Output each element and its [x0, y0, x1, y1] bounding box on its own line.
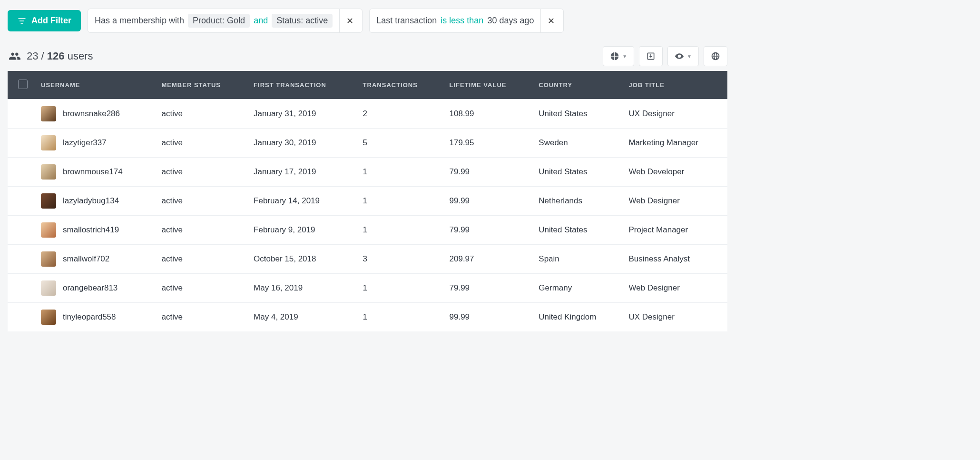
toolbar: ▼ ▼ [603, 46, 727, 66]
col-member-status[interactable]: MEMBER STATUS [155, 71, 247, 100]
job-title: UX Designer [622, 100, 727, 129]
member-status: active [155, 274, 247, 303]
chart-icon [610, 51, 619, 61]
country: Sweden [532, 129, 622, 158]
eye-icon [675, 51, 684, 61]
filter-chip[interactable]: Last transactionis less than30 days ago✕ [369, 9, 564, 33]
avatar [41, 222, 56, 238]
result-count: 23 / 126 users [9, 50, 93, 62]
col-transactions[interactable]: TRANSACTIONS [356, 71, 443, 100]
filter-text: 30 days ago [487, 16, 534, 26]
transactions: 1 [356, 216, 443, 245]
table-row[interactable]: lazytiger337 active January 30, 2019 5 1… [8, 129, 727, 158]
table-row[interactable]: smallwolf702 active October 15, 2018 3 2… [8, 245, 727, 274]
col-username[interactable]: USERNAME [34, 71, 155, 100]
avatar [41, 280, 56, 296]
avatar [41, 193, 56, 209]
select-all-checkbox[interactable] [18, 80, 28, 89]
filter-chip[interactable]: Has a membership withProduct: GoldandSta… [88, 9, 363, 33]
export-button[interactable] [639, 46, 663, 66]
country: United States [532, 100, 622, 129]
transactions: 5 [356, 129, 443, 158]
country: Spain [532, 245, 622, 274]
username: orangebear813 [63, 283, 118, 293]
transactions: 2 [356, 100, 443, 129]
username: lazyladybug134 [63, 196, 119, 206]
member-status: active [155, 158, 247, 187]
avatar [41, 106, 56, 121]
filter-text: Last transaction [376, 16, 437, 26]
lifetime-value: 79.99 [443, 274, 532, 303]
first-transaction: May 4, 2019 [247, 303, 356, 332]
filter-text: Has a membership with [95, 16, 184, 26]
avatar [41, 251, 56, 267]
first-transaction: February 14, 2019 [247, 187, 356, 216]
job-title: Web Designer [622, 274, 727, 303]
filter-operator: and [254, 16, 268, 26]
table-row[interactable]: lazyladybug134 active February 14, 2019 … [8, 187, 727, 216]
job-title: Project Manager [622, 216, 727, 245]
first-transaction: February 9, 2019 [247, 216, 356, 245]
country: Germany [532, 274, 622, 303]
member-status: active [155, 303, 247, 332]
close-icon[interactable]: ✕ [546, 16, 557, 26]
col-first-transaction[interactable]: FIRST TRANSACTION [247, 71, 356, 100]
table-row[interactable]: orangebear813 active May 16, 2019 1 79.9… [8, 274, 727, 303]
transactions: 1 [356, 158, 443, 187]
add-filter-label: Add Filter [31, 16, 71, 26]
transactions: 1 [356, 274, 443, 303]
globe-button[interactable] [704, 46, 727, 66]
add-filter-button[interactable]: Add Filter [8, 10, 81, 31]
country: United States [532, 158, 622, 187]
first-transaction: May 16, 2019 [247, 274, 356, 303]
lifetime-value: 99.99 [443, 303, 532, 332]
transactions: 3 [356, 245, 443, 274]
lifetime-value: 99.99 [443, 187, 532, 216]
col-job-title[interactable]: JOB TITLE [622, 71, 727, 100]
lifetime-value: 209.97 [443, 245, 532, 274]
transactions: 1 [356, 303, 443, 332]
col-lifetime-value[interactable]: LIFETIME VALUE [443, 71, 532, 100]
chart-button[interactable]: ▼ [603, 46, 634, 66]
lifetime-value: 179.95 [443, 129, 532, 158]
globe-icon [711, 51, 720, 61]
people-icon [9, 50, 21, 62]
avatar [41, 310, 56, 325]
first-transaction: January 31, 2019 [247, 100, 356, 129]
chevron-down-icon: ▼ [687, 54, 692, 59]
job-title: Web Developer [622, 158, 727, 187]
chevron-down-icon: ▼ [622, 54, 627, 59]
filter-operator: is less than [441, 16, 483, 26]
job-title: Business Analyst [622, 245, 727, 274]
country: United States [532, 216, 622, 245]
username: tinyleopard558 [63, 312, 116, 322]
table-row[interactable]: brownmouse174 active January 17, 2019 1 … [8, 158, 727, 187]
table-row[interactable]: smallostrich419 active February 9, 2019 … [8, 216, 727, 245]
table-row[interactable]: tinyleopard558 active May 4, 2019 1 99.9… [8, 303, 727, 332]
close-icon[interactable]: ✕ [344, 16, 355, 26]
username: brownmouse174 [63, 167, 123, 177]
job-title: UX Designer [622, 303, 727, 332]
visibility-button[interactable]: ▼ [667, 46, 699, 66]
member-status: active [155, 129, 247, 158]
filter-tag: Product: Gold [188, 14, 250, 28]
count-total: 126 [47, 50, 65, 62]
username: smallwolf702 [63, 254, 109, 264]
count-row: 23 / 126 users ▼ ▼ [0, 33, 735, 71]
filter-icon [17, 16, 27, 26]
job-title: Web Designer [622, 187, 727, 216]
avatar [41, 135, 56, 150]
member-status: active [155, 187, 247, 216]
col-country[interactable]: COUNTRY [532, 71, 622, 100]
table-row[interactable]: brownsnake286 active January 31, 2019 2 … [8, 100, 727, 129]
country: United Kingdom [532, 303, 622, 332]
member-status: active [155, 100, 247, 129]
export-icon [646, 51, 656, 61]
username: smallostrich419 [63, 225, 119, 235]
member-status: active [155, 216, 247, 245]
filter-tag: Status: active [272, 14, 333, 28]
users-table: USERNAME MEMBER STATUS FIRST TRANSACTION… [8, 71, 727, 331]
username: brownsnake286 [63, 109, 120, 119]
lifetime-value: 79.99 [443, 158, 532, 187]
country: Netherlands [532, 187, 622, 216]
